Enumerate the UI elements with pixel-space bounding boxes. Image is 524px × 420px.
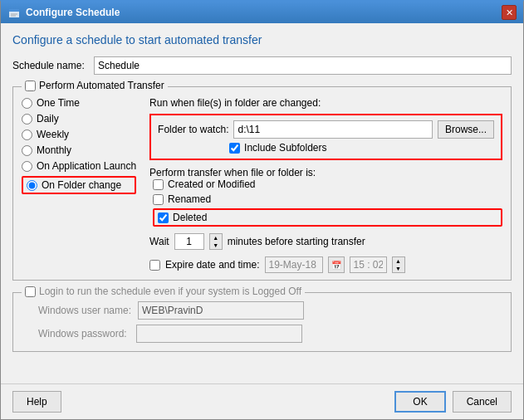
login-group-title: Login to run the schedule even if your s… xyxy=(22,286,305,297)
time-up-btn[interactable]: ▲ xyxy=(393,257,404,265)
run-when-title: Run when file(s) in folder are changed: xyxy=(149,97,502,109)
schedule-name-label: Schedule name: xyxy=(12,60,87,71)
help-button[interactable]: Help xyxy=(12,391,61,413)
username-label: Windows user name: xyxy=(38,305,131,316)
option-deleted: Deleted xyxy=(153,208,502,227)
perform-checkbox[interactable] xyxy=(25,81,36,91)
expire-label: Expire date and time: xyxy=(165,259,259,271)
radio-daily-input[interactable] xyxy=(22,114,32,125)
radio-folder-change-input[interactable] xyxy=(27,180,37,191)
login-fields: Windows user name: Windows password: xyxy=(22,301,502,343)
radio-daily: Daily xyxy=(22,113,136,125)
transfer-options: Created or Modified Renamed Deleted xyxy=(149,178,502,227)
username-input[interactable] xyxy=(138,301,304,320)
subfolder-row: Include Subfolders xyxy=(158,142,494,154)
time-spinner: ▲ ▼ xyxy=(392,256,405,273)
deleted-label: Deleted xyxy=(173,212,207,223)
run-when-section: Run when file(s) in folder are changed: … xyxy=(149,97,502,160)
wait-up-btn[interactable]: ▲ xyxy=(210,234,222,242)
subfolder-label: Include Subfolders xyxy=(244,142,326,154)
transfer-when-section: Perform transfer when file or folder is:… xyxy=(149,167,502,227)
folder-watch-input[interactable] xyxy=(233,120,433,139)
created-checkbox[interactable] xyxy=(153,179,164,190)
wait-spinner: ▲ ▼ xyxy=(209,233,223,250)
right-panel: Run when file(s) in folder are changed: … xyxy=(149,97,502,273)
folder-watch-box: Folder to watch: Browse... Include Subfo… xyxy=(149,114,502,160)
login-group: Login to run the schedule even if your s… xyxy=(12,292,512,352)
expire-row: Expire date and time: 📅 ▲ ▼ xyxy=(149,256,502,273)
wait-prefix: Wait xyxy=(149,236,169,247)
radio-monthly-label: Monthly xyxy=(37,144,71,156)
bottom-bar: Help OK Cancel xyxy=(1,383,523,419)
radio-weekly-input[interactable] xyxy=(22,129,32,140)
username-row: Windows user name: xyxy=(38,301,502,320)
created-label: Created or Modified xyxy=(168,178,255,190)
page-heading: Configure a schedule to start automated … xyxy=(12,33,512,46)
radio-app-launch: On Application Launch xyxy=(22,160,136,172)
radio-daily-label: Daily xyxy=(37,113,59,125)
svg-rect-1 xyxy=(9,9,19,12)
option-created: Created or Modified xyxy=(153,178,502,190)
main-window: Configure Schedule ✕ Configure a schedul… xyxy=(0,0,524,420)
title-bar: Configure Schedule ✕ xyxy=(1,2,523,23)
perform-group-title: Perform Automated Transfer xyxy=(22,80,168,91)
renamed-label: Renamed xyxy=(168,193,211,205)
cancel-button[interactable]: Cancel xyxy=(453,391,512,413)
deleted-checkbox[interactable] xyxy=(158,212,169,223)
perform-group: Perform Automated Transfer One Time Dail… xyxy=(12,86,512,281)
window-body: Configure a schedule to start automated … xyxy=(1,23,523,383)
close-button[interactable]: ✕ xyxy=(502,5,517,20)
radio-one-time-label: One Time xyxy=(37,97,80,109)
radio-app-launch-input[interactable] xyxy=(22,161,32,172)
login-checkbox[interactable] xyxy=(25,286,36,297)
subfolder-checkbox[interactable] xyxy=(229,143,240,154)
group-content: One Time Daily Weekly Monthly xyxy=(22,97,502,273)
expire-date-input[interactable] xyxy=(265,256,323,273)
wait-down-btn[interactable]: ▼ xyxy=(210,242,222,249)
time-down-btn[interactable]: ▼ xyxy=(393,265,404,272)
radio-one-time-input[interactable] xyxy=(22,98,32,109)
schedule-name-row: Schedule name: xyxy=(12,56,512,75)
radio-folder-change: On Folder change xyxy=(22,176,136,194)
schedule-name-input[interactable] xyxy=(94,56,512,75)
option-renamed: Renamed xyxy=(153,193,502,205)
radio-weekly-label: Weekly xyxy=(37,129,69,140)
expire-checkbox[interactable] xyxy=(149,260,160,271)
radio-folder-change-label: On Folder change xyxy=(42,179,121,191)
folder-watch-label: Folder to watch: xyxy=(158,124,228,135)
left-panel: One Time Daily Weekly Monthly xyxy=(22,97,136,273)
wait-row: Wait ▲ ▼ minutes before starting transfe… xyxy=(149,233,502,250)
password-row: Windows password: xyxy=(38,325,502,343)
wait-suffix: minutes before starting transfer xyxy=(228,236,365,247)
browse-button[interactable]: Browse... xyxy=(438,120,494,139)
calendar-button[interactable]: 📅 xyxy=(328,256,345,273)
wait-input[interactable] xyxy=(174,233,204,250)
window-title: Configure Schedule xyxy=(26,7,120,18)
ok-button[interactable]: OK xyxy=(394,391,445,413)
radio-one-time: One Time xyxy=(22,97,136,109)
password-input[interactable] xyxy=(136,325,302,343)
radio-monthly-input[interactable] xyxy=(22,145,32,156)
window-icon xyxy=(7,6,21,19)
renamed-checkbox[interactable] xyxy=(153,194,164,205)
radio-weekly: Weekly xyxy=(22,129,136,140)
transfer-when-title: Perform transfer when file or folder is: xyxy=(149,167,316,178)
folder-watch-row: Folder to watch: Browse... xyxy=(158,120,494,139)
expire-time-input[interactable] xyxy=(350,256,387,273)
password-label: Windows password: xyxy=(38,328,130,339)
right-buttons: OK Cancel xyxy=(394,391,512,413)
radio-monthly: Monthly xyxy=(22,144,136,156)
radio-app-launch-label: On Application Launch xyxy=(37,160,136,172)
